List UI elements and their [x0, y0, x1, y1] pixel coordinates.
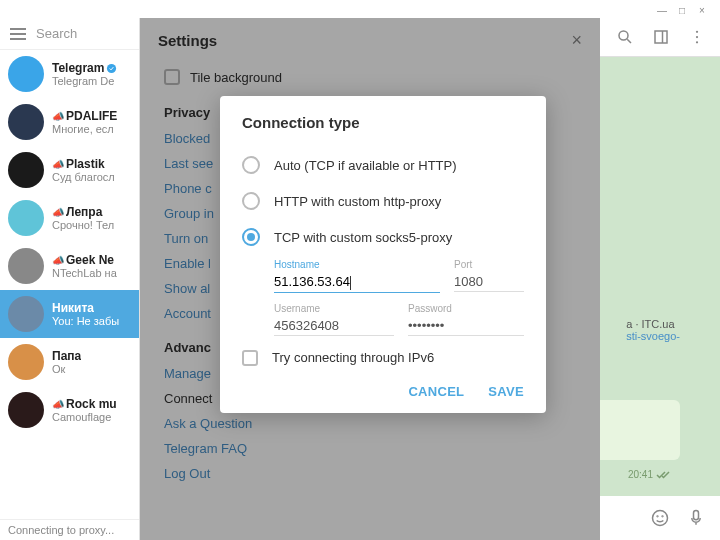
channel-icon: 📣 [52, 207, 64, 218]
chat-subtitle: Срочно! Тел [52, 219, 114, 231]
avatar [8, 392, 44, 428]
emoji-icon[interactable] [650, 508, 670, 528]
message-time: 20:41 [628, 469, 670, 480]
verified-icon [106, 63, 117, 74]
password-input[interactable]: •••••••• [408, 316, 524, 336]
chat-title: Папа [52, 349, 81, 363]
hostname-input[interactable]: 51.136.53.64 [274, 272, 440, 293]
chat-list: TelegramTelegram De📣PDALIFEМногие, есл📣P… [0, 50, 139, 519]
chat-item[interactable]: ПапаОк [0, 338, 139, 386]
port-label: Port [454, 259, 524, 270]
connection-status: Connecting to proxy... [0, 519, 139, 540]
cancel-button[interactable]: CANCEL [408, 384, 464, 399]
channel-icon: 📣 [52, 255, 64, 266]
channel-icon: 📣 [52, 159, 64, 170]
chat-subtitle: Многие, есл [52, 123, 117, 135]
svg-line-2 [627, 39, 631, 43]
radio-socks5[interactable]: TCP with custom socks5-proxy [242, 219, 524, 255]
radio-icon [242, 156, 260, 174]
chat-item[interactable]: 📣Geek NeNTechLab на [0, 242, 139, 290]
dialog-title: Connection type [242, 114, 524, 131]
username-input[interactable]: 456326408 [274, 316, 394, 336]
chat-item[interactable]: НикитаYou: Не забы [0, 290, 139, 338]
avatar [8, 344, 44, 380]
chat-item[interactable]: 📣ЛепраСрочно! Тел [0, 194, 139, 242]
ipv6-label: Try connecting through IPv6 [272, 350, 434, 365]
read-check-icon [656, 470, 670, 480]
svg-point-1 [619, 31, 628, 40]
more-icon[interactable] [688, 28, 706, 46]
chat-item[interactable]: 📣PlastikСуд благосл [0, 146, 139, 194]
save-button[interactable]: SAVE [488, 384, 524, 399]
connection-dialog: Connection type Auto (TCP if available o… [220, 96, 546, 413]
hostname-label: Hostname [274, 259, 440, 270]
channel-icon: 📣 [52, 111, 64, 122]
avatar [8, 56, 44, 92]
avatar [8, 248, 44, 284]
radio-auto[interactable]: Auto (TCP if available or HTTP) [242, 147, 524, 183]
port-input[interactable]: 1080 [454, 272, 524, 292]
password-label: Password [408, 303, 524, 314]
avatar [8, 296, 44, 332]
chat-title: Telegram [52, 61, 117, 75]
chat-subtitle: NTechLab на [52, 267, 117, 279]
svg-point-0 [107, 63, 116, 72]
menu-icon[interactable] [10, 28, 26, 40]
panel-icon[interactable] [652, 28, 670, 46]
chat-subtitle: You: Не забы [52, 315, 119, 327]
svg-rect-11 [694, 511, 699, 520]
svg-point-7 [696, 41, 698, 43]
chat-subtitle: Telegram De [52, 75, 117, 87]
chat-title: 📣Rock mu [52, 397, 117, 411]
chat-title: 📣Geek Ne [52, 253, 117, 267]
radio-icon [242, 192, 260, 210]
svg-rect-3 [655, 31, 667, 43]
chat-item[interactable]: TelegramTelegram De [0, 50, 139, 98]
chat-sidebar: Search TelegramTelegram De📣PDALIFEМногие… [0, 18, 140, 540]
svg-point-9 [657, 516, 658, 517]
chat-subtitle: Camouflage [52, 411, 117, 423]
chat-subtitle: Ок [52, 363, 81, 375]
svg-point-10 [662, 516, 663, 517]
avatar [8, 104, 44, 140]
maximize-icon[interactable]: □ [676, 4, 688, 16]
link-preview: a · ITC.ua sti-svoego- [626, 318, 680, 342]
ipv6-checkbox[interactable] [242, 350, 258, 366]
chat-title: Никита [52, 301, 119, 315]
svg-point-5 [696, 31, 698, 33]
chat-title: 📣PDALIFE [52, 109, 117, 123]
channel-icon: 📣 [52, 399, 64, 410]
chat-item[interactable]: 📣Rock muCamouflage [0, 386, 139, 434]
chat-subtitle: Суд благосл [52, 171, 115, 183]
close-window-icon[interactable]: × [696, 4, 708, 16]
svg-point-8 [653, 511, 668, 526]
window-controls: — □ × [652, 0, 712, 20]
chat-title: 📣Лепра [52, 205, 114, 219]
search-icon[interactable] [616, 28, 634, 46]
svg-point-6 [696, 36, 698, 38]
search-input[interactable]: Search [36, 26, 77, 41]
chat-title: 📣Plastik [52, 157, 115, 171]
avatar [8, 152, 44, 188]
username-label: Username [274, 303, 394, 314]
radio-icon [242, 228, 260, 246]
mic-icon[interactable] [688, 508, 704, 528]
avatar [8, 200, 44, 236]
radio-http[interactable]: HTTP with custom http-proxy [242, 183, 524, 219]
minimize-icon[interactable]: — [656, 4, 668, 16]
chat-item[interactable]: 📣PDALIFEМногие, есл [0, 98, 139, 146]
